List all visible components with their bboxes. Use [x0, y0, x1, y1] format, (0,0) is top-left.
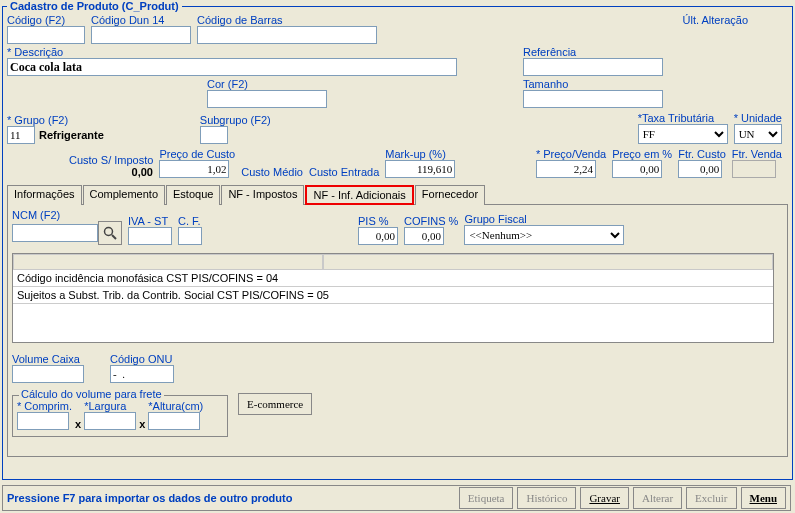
menu-button[interactable]: Menu — [741, 487, 787, 509]
footer-bar: Pressione F7 para importar os dados de o… — [2, 485, 791, 511]
label-grupo: * Grupo (F2) — [7, 114, 104, 126]
frete-volume-group: Cálculo do volume para frete * Comprim. … — [12, 395, 228, 437]
product-form: Cadastro de Produto (C_Produt) Código (F… — [2, 0, 793, 480]
label-ivast: IVA - ST — [128, 215, 172, 227]
precopct-input[interactable] — [612, 160, 662, 178]
label-codigo: Código (F2) — [7, 14, 85, 26]
label-grupofiscal: Grupo Fiscal — [464, 213, 624, 225]
label-precovenda: * Preço/Venda — [536, 148, 606, 160]
label-referencia: Referência — [523, 46, 663, 58]
tab-informacoes[interactable]: Informações — [7, 185, 82, 205]
label-unidade: * Unidade — [734, 112, 782, 124]
label-precocusto: Preço de Custo — [159, 148, 235, 160]
taxa-select[interactable]: FF — [638, 124, 728, 144]
tab-strip: Informações Complemento Estoque NF - Imp… — [7, 184, 788, 205]
subgrupo-input[interactable] — [200, 126, 228, 144]
tab-complemento[interactable]: Complemento — [83, 185, 165, 205]
form-title: Cadastro de Produto (C_Produt) — [7, 0, 182, 12]
multiply-icon: x — [72, 418, 84, 430]
pis-input[interactable] — [358, 227, 398, 245]
label-onu: Código ONU — [110, 353, 174, 365]
ncm-input[interactable] — [12, 224, 98, 242]
referencia-input[interactable] — [523, 58, 663, 76]
tab-nf-inf-adicionais[interactable]: NF - Inf. Adicionais — [305, 185, 413, 205]
label-markup: Mark-up (%) — [385, 148, 455, 160]
label-calcvol: Cálculo do volume para frete — [19, 388, 164, 400]
label-ftrvenda: Ftr. Venda — [732, 148, 782, 160]
label-descricao: * Descrição — [7, 46, 457, 58]
label-comprim: * Comprim. — [17, 400, 72, 412]
label-ultalt: Últ. Alteração — [683, 14, 748, 26]
ftrcusto-input[interactable] — [678, 160, 722, 178]
multiply-icon: x — [136, 418, 148, 430]
excluir-button[interactable]: Excluir — [686, 487, 736, 509]
ftrvenda-input — [732, 160, 776, 178]
cor-input[interactable] — [207, 90, 327, 108]
label-ncm: NCM (F2) — [12, 209, 122, 221]
cf-input[interactable] — [178, 227, 202, 245]
precovenda-input[interactable] — [536, 160, 596, 178]
gravar-button[interactable]: Gravar — [580, 487, 629, 509]
svg-point-0 — [105, 228, 113, 236]
tab-panel: NCM (F2) IVA - ST C. F. PIS % COFINS % G… — [7, 205, 788, 457]
label-altura: *Altura(cm) — [148, 400, 203, 412]
historico-button[interactable]: Histórico — [517, 487, 576, 509]
label-taxa: *Taxa Tributária — [638, 112, 728, 124]
unidade-select[interactable]: UN — [734, 124, 782, 144]
ivast-input[interactable] — [128, 227, 172, 245]
precocusto-input[interactable] — [159, 160, 229, 178]
grupo-cod-input[interactable] — [7, 126, 35, 144]
tab-estoque[interactable]: Estoque — [166, 185, 220, 205]
onu-input[interactable] — [110, 365, 174, 383]
altura-input[interactable] — [148, 412, 200, 430]
cst-listbox[interactable]: Código incidência monofásica CST PIS/COF… — [12, 253, 774, 343]
label-pis: PIS % — [358, 215, 398, 227]
list-item[interactable]: Código incidência monofásica CST PIS/COF… — [13, 270, 773, 287]
search-icon — [103, 226, 117, 240]
svg-line-1 — [112, 235, 116, 239]
footer-message: Pressione F7 para importar os dados de o… — [7, 492, 292, 504]
label-precopct: Preço em % — [612, 148, 672, 160]
label-tamanho: Tamanho — [523, 78, 663, 90]
label-dun: Código Dun 14 — [91, 14, 191, 26]
volcaixa-input[interactable] — [12, 365, 84, 383]
ecommerce-button[interactable]: E-commerce — [238, 393, 312, 415]
label-cf: C. F. — [178, 215, 202, 227]
label-largura: *Largura — [84, 400, 136, 412]
etiqueta-button[interactable]: Etiqueta — [459, 487, 514, 509]
label-subgrupo: Subgrupo (F2) — [200, 114, 271, 126]
custosi-value: 0,00 — [69, 166, 153, 178]
label-custoentrada: Custo Entrada — [309, 166, 379, 178]
largura-input[interactable] — [84, 412, 136, 430]
label-cofins: COFINS % — [404, 215, 458, 227]
dun-input[interactable] — [91, 26, 191, 44]
label-cor: Cor (F2) — [207, 78, 327, 90]
cofins-input[interactable] — [404, 227, 444, 245]
tamanho-input[interactable] — [523, 90, 663, 108]
markup-input[interactable] — [385, 160, 455, 178]
alterar-button[interactable]: Alterar — [633, 487, 682, 509]
tab-fornecedor[interactable]: Fornecedor — [415, 185, 485, 205]
grupo-nome: Refrigerante — [39, 129, 104, 141]
barras-input[interactable] — [197, 26, 377, 44]
label-barras: Código de Barras — [197, 14, 377, 26]
search-ncm-button[interactable] — [98, 221, 122, 245]
label-custosi: Custo S/ Imposto — [69, 154, 153, 166]
list-item[interactable]: Sujeitos a Subst. Trib. da Contrib. Soci… — [13, 287, 773, 304]
label-ftrcusto: Ftr. Custo — [678, 148, 726, 160]
descricao-input[interactable] — [7, 58, 457, 76]
codigo-input[interactable] — [7, 26, 85, 44]
label-customedio: Custo Médio — [241, 166, 303, 178]
label-volcaixa: Volume Caixa — [12, 353, 84, 365]
comprim-input[interactable] — [17, 412, 69, 430]
tab-nf-impostos[interactable]: NF - Impostos — [221, 185, 304, 205]
grupofiscal-select[interactable]: <<Nenhum>> — [464, 225, 624, 245]
